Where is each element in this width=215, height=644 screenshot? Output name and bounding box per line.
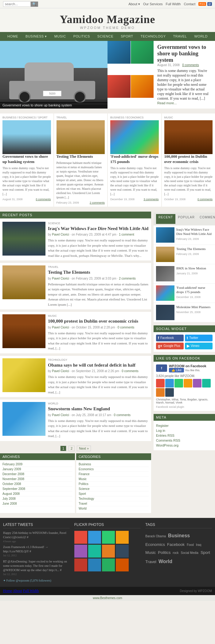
flickr-thumb-6[interactable] <box>88 545 101 558</box>
cat-world[interactable]: World <box>79 507 87 510</box>
sidebar-post-1-title[interactable]: Iraq's War Widows Face Dire Need With Li… <box>176 227 213 236</box>
flickr-thumb-1[interactable] <box>74 531 87 544</box>
tag-facebook[interactable]: Facebook <box>167 542 185 547</box>
tag-economics[interactable]: Economics <box>145 542 165 547</box>
meta-wordpress[interactable]: WordPress.org <box>156 443 213 448</box>
tag-business[interactable]: Business <box>168 533 190 538</box>
post-3-author[interactable]: Pavel Ciorici <box>52 326 69 329</box>
next-page-link[interactable]: Next » <box>77 446 91 451</box>
services-link[interactable]: Our Services <box>143 2 163 6</box>
about-link[interactable]: About ▾ <box>128 2 140 6</box>
tag-food[interactable]: Food <box>187 543 194 547</box>
email-icon[interactable]: @ <box>207 2 212 6</box>
archive-dec-2008[interactable]: December 2008 <box>2 472 24 476</box>
nav-home[interactable]: HOME <box>4 32 22 41</box>
post-5-comments[interactable]: 0 comments <box>114 413 131 417</box>
card-4-title-link[interactable]: 100,000 protest in Dublin over economic … <box>164 154 207 164</box>
flickr-thumb-12[interactable] <box>116 559 129 571</box>
post-1-author[interactable]: Pavel Ciorici <box>52 233 69 236</box>
archive-oct-2008[interactable]: October 2008 <box>2 482 21 486</box>
post-4-comments[interactable]: 0 comments <box>122 369 138 373</box>
post-1-title[interactable]: Iraq's War Widows Face Dire Need With Li… <box>48 226 148 231</box>
tag-social-media[interactable]: Social Media <box>181 551 198 555</box>
tab-popular[interactable]: Popular <box>175 214 197 224</box>
tag-music[interactable]: Music <box>145 550 156 555</box>
cat-sport[interactable]: Sport <box>79 492 86 495</box>
cat-business[interactable]: Business <box>79 463 91 466</box>
nav-travel[interactable]: TRAVEL <box>169 32 190 41</box>
tag-iraq[interactable]: Iraq <box>196 543 201 547</box>
footer-fullwidth-link[interactable]: Full Width <box>23 589 39 593</box>
sidebar-post-2-title[interactable]: Testing The Elements <box>176 247 213 251</box>
post-3-comments[interactable]: 0 comments <box>118 326 134 329</box>
meta-entries-rss[interactable]: Entries RSS <box>156 433 213 438</box>
page-2-link[interactable]: 2 <box>68 446 75 451</box>
tag-sport[interactable]: Sport <box>201 550 210 555</box>
hero-read-more[interactable]: Read more... <box>157 101 177 105</box>
flickr-thumb-11[interactable] <box>102 559 115 571</box>
tag-world[interactable]: World <box>158 559 172 564</box>
post-5-title[interactable]: Snowstorm slams New England <box>48 406 110 411</box>
rss-icon[interactable]: RSS <box>198 2 206 6</box>
footer-about-link[interactable]: About <box>13 589 22 593</box>
tag-barack-obama[interactable]: Barack Obama <box>145 535 166 538</box>
fullwidth-link[interactable]: Full Width <box>166 2 181 6</box>
post-3-title[interactable]: 100,000 protest in Dublin over economic … <box>48 319 138 324</box>
cat-music[interactable]: Music <box>79 477 87 481</box>
nav-science[interactable]: SCIENCE <box>94 32 117 41</box>
flickr-thumb-4[interactable] <box>116 531 129 544</box>
search-input[interactable] <box>3 1 31 7</box>
card-3-title-link[interactable]: 'Food-addicted' nurse drops 175 pounds <box>110 154 158 164</box>
hero-comments[interactable]: 0 comments <box>182 63 199 67</box>
tab-recent[interactable]: Recent <box>156 214 175 224</box>
archive-jan-2009[interactable]: January 2009 <box>2 467 21 471</box>
nav-politics[interactable]: POLITICS <box>70 32 94 41</box>
card-2-title-link[interactable]: Testing The Elements <box>57 154 93 159</box>
flickr-thumb-9[interactable] <box>74 559 87 571</box>
twitter-button[interactable]: t Twitter <box>185 335 213 341</box>
meta-login[interactable]: Log in <box>156 428 213 433</box>
flickr-thumb-2[interactable] <box>88 531 101 544</box>
card-4-comments[interactable]: 0 comments <box>197 198 213 201</box>
cat-technology[interactable]: Technology <box>79 497 94 500</box>
page-1-link[interactable]: 1 <box>60 446 66 451</box>
archive-aug-2008[interactable]: August 2008 <box>2 492 20 495</box>
tag-politics[interactable]: Politics <box>158 550 170 555</box>
nav-business[interactable]: BUSINESS ▾ <box>22 32 51 41</box>
fb-like-button[interactable]: 👍 Like <box>169 368 184 372</box>
facebook-button[interactable]: f Facebook <box>156 335 184 341</box>
footer-home-link[interactable]: Home <box>3 589 12 593</box>
flickr-thumb-5[interactable] <box>74 545 87 558</box>
sidebar-post-3-title[interactable]: BMX in Slow Motion <box>176 266 213 270</box>
search-button[interactable]: 🔍 <box>31 2 38 7</box>
meta-comments-rss[interactable]: Comments RSS <box>156 438 213 443</box>
post-1-comments[interactable]: 1 comment <box>119 233 134 236</box>
sidebar-post-5-title[interactable]: Moleskine Mini Planners <box>176 305 213 309</box>
archive-nov-2008[interactable]: November 2008 <box>2 477 24 481</box>
nav-technology[interactable]: TECHNOLOGY <box>137 32 169 41</box>
nav-sport[interactable]: SPORT <box>117 32 137 41</box>
card-1-title-link[interactable]: Government vows to shore up banking syst… <box>2 154 48 164</box>
nav-world[interactable]: WORLD <box>190 32 211 41</box>
cat-finance[interactable]: Finance <box>79 472 90 476</box>
card-2-comments[interactable]: 2 comments <box>90 201 105 204</box>
vimeo-button[interactable]: ▶ Vimeo <box>185 343 213 349</box>
post-2-title[interactable]: Testing The Elements <box>48 270 90 275</box>
flickr-thumb-10[interactable] <box>88 559 101 571</box>
post-4-title[interactable]: Obama says he will cut federal deficit i… <box>48 363 135 368</box>
cat-economics[interactable]: Economics <box>79 467 94 471</box>
flickr-thumb-8[interactable] <box>116 545 129 558</box>
tag-rock[interactable]: rock <box>173 551 179 555</box>
flickr-thumb-7[interactable] <box>102 545 115 558</box>
cat-science[interactable]: Science <box>79 487 90 491</box>
nav-music[interactable]: MUSIC <box>51 32 70 41</box>
archive-jul-2008[interactable]: July 2008 <box>2 497 16 500</box>
archive-feb-2009[interactable]: February 2009 <box>2 463 22 466</box>
card-1-comments[interactable]: 0 comments <box>36 198 51 201</box>
cat-politics[interactable]: Politics <box>79 482 88 486</box>
post-5-author[interactable]: Pavel Ciorici <box>52 413 69 417</box>
archive-jun-2008[interactable]: June 2008 <box>2 502 17 505</box>
googleplus-button[interactable]: g+ Google Plus <box>156 343 184 349</box>
flickr-thumb-3[interactable] <box>102 531 115 544</box>
cat-travel[interactable]: Travel <box>79 502 87 505</box>
